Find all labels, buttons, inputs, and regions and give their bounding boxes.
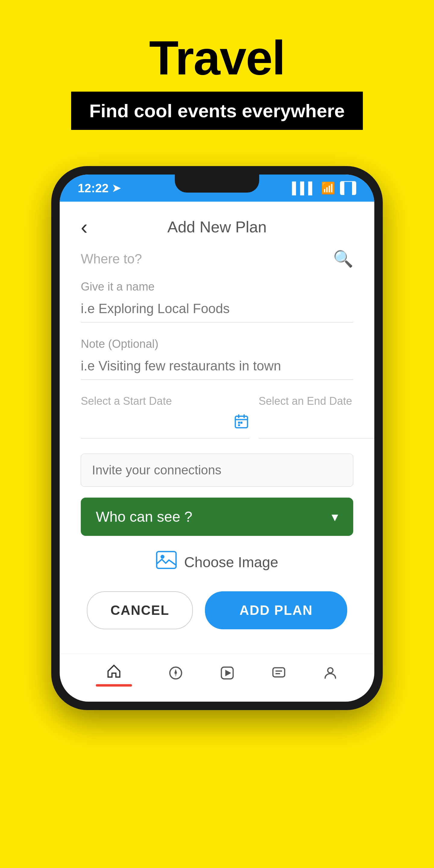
end-date-input[interactable] [258, 417, 374, 430]
page-background: Travel Find cool events everywhere 12:22… [0, 0, 434, 868]
profile-icon [322, 664, 338, 685]
svg-point-24 [328, 668, 333, 673]
svg-marker-20 [225, 670, 231, 676]
home-icon [106, 663, 122, 683]
back-button[interactable]: ‹ [81, 217, 88, 237]
page-title: Travel [149, 30, 285, 86]
nav-item-play[interactable] [219, 664, 235, 685]
notch [175, 175, 259, 193]
compass-icon [168, 664, 184, 685]
choose-image-row[interactable]: Choose Image [81, 551, 353, 573]
svg-rect-4 [238, 422, 240, 424]
svg-rect-14 [157, 552, 176, 568]
play-icon [219, 664, 235, 685]
end-date-input-wrap[interactable] [258, 413, 374, 438]
nav-item-profile[interactable] [322, 664, 338, 685]
who-can-see-button[interactable]: Who can see ? ▾ [81, 498, 353, 536]
start-calendar-icon[interactable] [233, 413, 250, 433]
date-row: Select a Start Date [81, 395, 353, 438]
wifi-icon: 📶 [321, 181, 335, 195]
status-icons: ▌▌▌ 📶 █ [292, 181, 356, 195]
note-input[interactable] [81, 355, 353, 380]
app-header-title: Add New Plan [167, 218, 267, 236]
status-time: 12:22 ➤ [78, 181, 121, 195]
start-date-input[interactable] [81, 417, 233, 430]
note-label: Note (Optional) [81, 338, 353, 350]
phone-mockup: 12:22 ➤ ▌▌▌ 📶 █ ‹ Add New Plan [51, 166, 383, 710]
form-area: Where to? 🔍 Give it a name Note (Optiona… [60, 243, 374, 653]
subtitle-banner: Find cool events everywhere [71, 92, 363, 130]
start-date-input-wrap[interactable] [81, 413, 250, 438]
phone-inner: 12:22 ➤ ▌▌▌ 📶 █ ‹ Add New Plan [60, 175, 374, 702]
home-active-indicator [96, 684, 132, 687]
location-arrow-icon: ➤ [112, 182, 121, 194]
nav-item-chat[interactable] [271, 664, 287, 685]
nav-item-compass[interactable] [168, 664, 184, 685]
start-date-label: Select a Start Date [81, 395, 250, 407]
signal-icon: ▌▌▌ [292, 182, 316, 195]
subtitle-text: Find cool events everywhere [89, 100, 345, 121]
dropdown-arrow-icon: ▾ [332, 509, 338, 524]
end-date-label: Select an End Date [258, 395, 374, 407]
end-date-field: Select an End Date [258, 395, 374, 438]
action-buttons: CANCEL ADD PLAN [81, 591, 353, 629]
phone-outer: 12:22 ➤ ▌▌▌ 📶 █ ‹ Add New Plan [51, 166, 383, 710]
start-date-field: Select a Start Date [81, 395, 250, 438]
image-icon [156, 551, 177, 573]
bottom-nav [60, 653, 374, 702]
svg-rect-5 [241, 422, 243, 424]
cancel-button[interactable]: CANCEL [87, 591, 193, 629]
search-icon[interactable]: 🔍 [333, 249, 353, 268]
svg-rect-21 [273, 668, 285, 677]
status-bar: 12:22 ➤ ▌▌▌ 📶 █ [60, 175, 374, 202]
where-to-row: Where to? 🔍 [81, 249, 353, 268]
time-display: 12:22 [78, 181, 108, 195]
svg-point-15 [161, 555, 164, 559]
name-label: Give it a name [81, 280, 353, 293]
connections-input[interactable] [81, 454, 353, 487]
where-to-label: Where to? [81, 251, 142, 267]
who-can-see-text: Who can see ? [96, 508, 192, 525]
choose-image-text: Choose Image [184, 554, 278, 570]
svg-rect-6 [238, 424, 240, 426]
add-plan-button[interactable]: ADD PLAN [205, 591, 347, 629]
name-input[interactable] [81, 298, 353, 322]
app-header: ‹ Add New Plan [60, 202, 374, 243]
nav-item-home[interactable] [96, 663, 132, 687]
chat-icon [271, 664, 287, 685]
battery-icon: █ [340, 181, 356, 195]
